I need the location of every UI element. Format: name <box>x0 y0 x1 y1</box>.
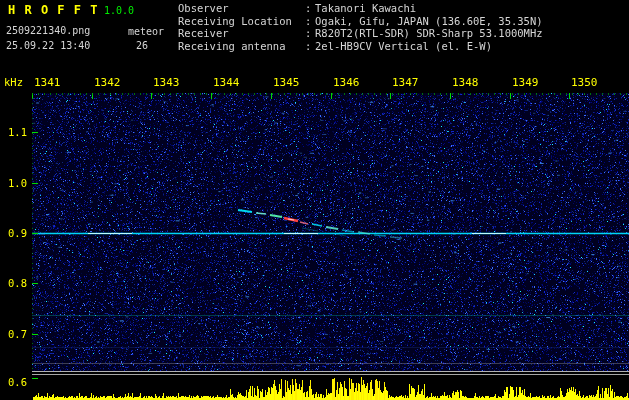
text-overlay: H R O F F T 1.0.0 2509221340.png meteor … <box>0 0 629 400</box>
info-colon: : <box>305 40 315 53</box>
time-axis-label: 1346 <box>333 76 360 89</box>
time-axis-label: 1348 <box>452 76 479 89</box>
output-filename: 2509221340.png <box>6 25 90 36</box>
app-title: H R O F F T <box>8 3 98 17</box>
station-info: Observer : Takanori Kawachi Receiving Lo… <box>178 2 543 52</box>
info-row-receiver: Receiver : R820T2(RTL-SDR) SDR-Sharp 53.… <box>178 27 543 40</box>
datetime-label: 25.09.22 13:40 <box>6 40 90 51</box>
freq-axis-label: 1.1 <box>0 126 27 138</box>
info-value: R820T2(RTL-SDR) SDR-Sharp 53.1000MHz <box>315 27 543 40</box>
time-axis-label: 1341 <box>34 76 61 89</box>
info-value: Ogaki, Gifu, JAPAN (136.60E, 35.35N) <box>315 15 543 28</box>
time-axis-label: 1347 <box>392 76 419 89</box>
info-row-antenna: Receiving antenna : 2el-HB9CV Vertical (… <box>178 40 543 53</box>
info-label: Receiving antenna <box>178 40 305 53</box>
info-label: Receiver <box>178 27 305 40</box>
info-label: Observer <box>178 2 305 15</box>
meteor-count: 26 <box>136 40 148 51</box>
freq-axis-label: 1.0 <box>0 177 27 189</box>
time-axis-label: 1345 <box>273 76 300 89</box>
freq-axis-label: 0.6 <box>0 376 27 388</box>
info-colon: : <box>305 15 315 28</box>
freq-axis-label: 0.7 <box>0 328 27 340</box>
time-axis-label: 1350 <box>571 76 598 89</box>
app-version: 1.0.0 <box>104 5 134 16</box>
mode-label: meteor <box>128 26 164 37</box>
info-row-location: Receiving Location : Ogaki, Gifu, JAPAN … <box>178 15 543 28</box>
time-axis-label: 1349 <box>512 76 539 89</box>
info-value: Takanori Kawachi <box>315 2 416 15</box>
time-axis-label: 1342 <box>94 76 121 89</box>
info-row-observer: Observer : Takanori Kawachi <box>178 2 543 15</box>
info-colon: : <box>305 2 315 15</box>
freq-axis-label: 0.8 <box>0 277 27 289</box>
info-colon: : <box>305 27 315 40</box>
info-value: 2el-HB9CV Vertical (el. E-W) <box>315 40 492 53</box>
time-axis-label: 1344 <box>213 76 240 89</box>
hrofft-window: H R O F F T 1.0.0 2509221340.png meteor … <box>0 0 629 400</box>
time-axis-label: 1343 <box>153 76 180 89</box>
freq-axis-label: 0.9 <box>0 227 27 239</box>
info-label: Receiving Location <box>178 15 305 28</box>
freq-unit-label: kHz <box>4 76 23 88</box>
